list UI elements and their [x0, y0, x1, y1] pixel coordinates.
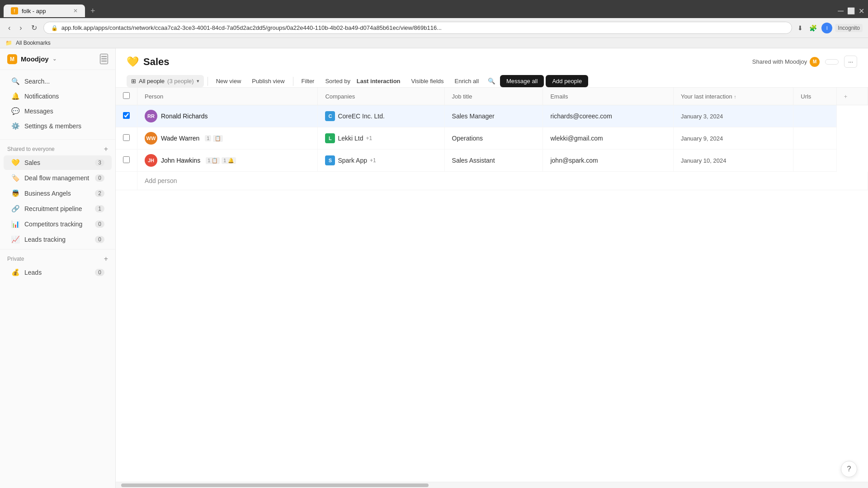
publish-view-btn[interactable]: Publish view	[247, 75, 289, 87]
row-2-interaction: January 9, 2024	[673, 127, 793, 150]
row-2-company-name: Lekki Ltd	[338, 135, 363, 142]
sales-icon: 💛	[11, 159, 20, 167]
sidebar-item-sales[interactable]: 💛 Sales 3	[4, 155, 112, 170]
row-2-meta: 1 📋	[205, 135, 223, 142]
row-1-checkbox[interactable]	[123, 112, 130, 119]
private-section-label: Private	[7, 256, 24, 262]
sidebar-search-label: Search...	[24, 78, 104, 85]
sidebar-toggle-btn[interactable]: ☰	[100, 54, 108, 64]
tab-close-btn[interactable]: ✕	[73, 8, 78, 14]
sidebar-item-business-angels[interactable]: 👼 Business Angels 2	[4, 186, 112, 201]
active-tab[interactable]: f folk - app ✕	[4, 5, 85, 17]
sidebar-item-deal-flow[interactable]: 🏷️ Deal flow management 0	[4, 171, 112, 185]
profile-btn[interactable]: I	[821, 23, 832, 33]
table-row[interactable]: WW Wade Warren 1 📋 L Lekk	[116, 127, 868, 150]
add-private-group-btn[interactable]: +	[104, 255, 108, 263]
row-2-checkbox-cell	[116, 127, 137, 150]
shared-section-header: Shared to everyone +	[0, 141, 115, 155]
add-person-cell[interactable]: Add person	[137, 172, 868, 190]
close-window-btn[interactable]: ✕	[859, 7, 864, 15]
row-3-meta1: 1 📋	[206, 157, 220, 164]
th-person: Person	[137, 88, 318, 105]
new-view-btn[interactable]: New view	[212, 75, 246, 87]
settings-icon: ⚙️	[11, 122, 20, 130]
filter-label: Filter	[302, 78, 315, 84]
sidebar-item-recruitment[interactable]: 🔗 Recruitment pipeline 1	[4, 202, 112, 216]
business-angels-count: 2	[95, 190, 104, 197]
back-btn[interactable]: ‹	[5, 22, 13, 34]
scrollbar-thumb[interactable]	[121, 483, 429, 487]
search-contacts-btn[interactable]: 🔍	[485, 75, 498, 87]
row-1-company-name: CoreEC Inc. Ltd.	[338, 113, 385, 120]
leads-icon: 💰	[11, 268, 20, 277]
row-2-note-count: 1	[205, 135, 211, 141]
share-button[interactable]	[825, 59, 839, 65]
workspace-name[interactable]: M Moodjoy ⌄	[7, 54, 57, 64]
shared-badge: Shared with Moodjoy M	[752, 57, 820, 67]
table-row[interactable]: JH John Hawkins 1 📋 1 🔔 S	[116, 150, 868, 172]
maximize-btn[interactable]: ⬜	[847, 7, 855, 14]
address-bar[interactable]: 🔒 app.folk.app/apps/contacts/network/cca…	[43, 22, 793, 34]
sidebar-item-leads[interactable]: 💰 Leads 0	[4, 265, 112, 280]
table-row[interactable]: RR Ronald Richards ··· C CoreEC Inc. Ltd…	[116, 105, 868, 127]
download-btn[interactable]: ⬇	[796, 23, 805, 33]
all-people-count: (3 people)	[167, 78, 194, 84]
incognito-btn[interactable]: Incognito	[835, 24, 863, 32]
sidebar-item-leads-tracking[interactable]: 📈 Leads tracking 0	[4, 232, 112, 247]
all-people-btn[interactable]: ⊞ All people (3 people) ▾	[127, 75, 204, 87]
page-title-row: 💛 Sales Shared with Moodjoy M ···	[127, 56, 857, 68]
row-1-avatar: RR	[145, 110, 157, 122]
sidebar-divider-2	[0, 249, 115, 249]
th-last-interaction: Your last interaction ↑	[673, 88, 793, 105]
row-3-checkbox-cell	[116, 150, 137, 172]
row-1-company-cell: C CoreEC Inc. Ltd.	[318, 105, 444, 127]
th-add-column[interactable]: +	[836, 88, 868, 105]
enrich-all-btn[interactable]: Enrich all	[450, 75, 483, 87]
row-2-company-cell: L Lekki Ltd +1	[318, 127, 444, 150]
row-3-checkbox[interactable]	[123, 156, 130, 163]
sidebar-item-settings[interactable]: ⚙️ Settings & members	[4, 119, 112, 133]
help-button[interactable]: ?	[841, 461, 857, 477]
row-1-checkbox-cell	[116, 105, 137, 127]
toolbar-sep-1	[208, 77, 208, 86]
select-all-checkbox[interactable]	[123, 92, 130, 99]
new-tab-button[interactable]: +	[87, 5, 99, 18]
sidebar-item-competitors[interactable]: 📊 Competitors tracking 0	[4, 217, 112, 231]
browser-chrome: f folk - app ✕ + ─ ⬜ ✕ ‹ › ↻ 🔒 app.folk.…	[0, 0, 868, 48]
sidebar-item-messages[interactable]: 💬 Messages	[4, 104, 112, 118]
row-3-email: john@spark.com	[543, 150, 673, 172]
row-3-interaction: January 10, 2024	[673, 150, 793, 172]
publish-view-label: Publish view	[252, 78, 284, 84]
competitors-icon: 📊	[11, 220, 20, 228]
sidebar-item-search[interactable]: 🔍 Search...	[4, 74, 112, 89]
row-1-interaction: January 3, 2024	[673, 105, 793, 127]
refresh-btn[interactable]: ↻	[28, 22, 40, 34]
deal-flow-count: 0	[95, 174, 104, 182]
add-shared-group-btn[interactable]: +	[104, 145, 108, 153]
filter-btn[interactable]: Filter	[297, 75, 319, 87]
add-person-row[interactable]: Add person	[116, 172, 868, 190]
message-all-btn[interactable]: Message all	[500, 75, 544, 87]
recruitment-icon: 🔗	[11, 205, 20, 213]
table-header-row: Person Companies Job title Emails Your l…	[116, 88, 868, 105]
visible-fields-btn[interactable]: Visible fields	[407, 75, 448, 87]
sidebar-settings-label: Settings & members	[24, 122, 104, 130]
row-2-job-title: Operations	[444, 127, 543, 150]
minimize-btn[interactable]: ─	[838, 6, 844, 16]
add-people-btn[interactable]: Add people	[546, 75, 588, 87]
row-2-checkbox[interactable]	[123, 134, 130, 141]
extensions-btn[interactable]: 🧩	[807, 23, 819, 33]
lock-icon: 🔒	[51, 25, 58, 31]
table-scrollbar[interactable]	[116, 482, 868, 488]
deal-flow-icon: 🏷️	[11, 174, 20, 182]
more-options-btn[interactable]: ···	[844, 56, 857, 68]
sort-btn[interactable]: Sorted by Last interaction	[321, 75, 405, 87]
row-1-person-cell: RR Ronald Richards ···	[137, 105, 318, 127]
sales-label: Sales	[24, 159, 90, 166]
row-1-job-title: Sales Manager	[444, 105, 543, 127]
sidebar-header: M Moodjoy ⌄ ☰	[0, 48, 115, 70]
business-angels-icon: 👼	[11, 189, 20, 197]
app: M Moodjoy ⌄ ☰ 🔍 Search... 🔔 Notification…	[0, 48, 868, 488]
forward-btn[interactable]: ›	[17, 22, 24, 34]
sidebar-item-notifications[interactable]: 🔔 Notifications	[4, 89, 112, 103]
